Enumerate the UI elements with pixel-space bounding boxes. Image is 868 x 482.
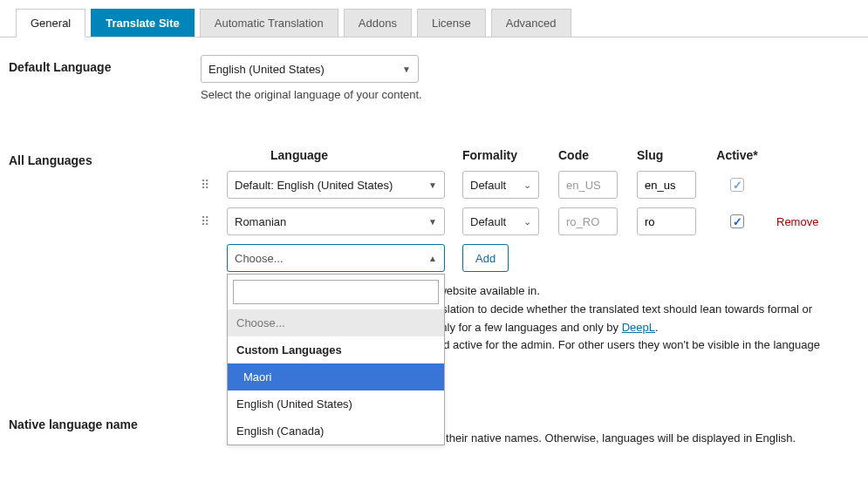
language-row: ⠿ Default: English (United States) ▼ Def…: [201, 171, 859, 199]
tab-automatic-translation[interactable]: Automatic Translation: [200, 9, 338, 37]
default-language-select[interactable]: English (United States) ▼: [201, 55, 419, 83]
default-language-label: Default Language: [9, 55, 201, 101]
code-input: [558, 207, 618, 235]
language-dropdown-panel: Choose... Custom Languages Maori English…: [227, 274, 445, 445]
native-language-name-label: Native language name: [9, 412, 201, 448]
chevron-down-icon: ⌄: [523, 216, 531, 227]
active-checkbox: [730, 178, 744, 192]
dropdown-option[interactable]: Maori: [228, 363, 444, 390]
add-language-button[interactable]: Add: [462, 244, 509, 272]
tab-license[interactable]: License: [417, 9, 486, 37]
chevron-down-icon: ▼: [428, 217, 437, 227]
language-row: ⠿ Romanian ▼ Default ⌄: [201, 207, 859, 235]
dropdown-option[interactable]: English (Canada): [228, 418, 444, 445]
chevron-down-icon: ▼: [428, 180, 437, 190]
settings-tabs: General Translate Site Automatic Transla…: [0, 0, 868, 37]
tab-addons[interactable]: Addons: [344, 9, 412, 37]
tab-advanced[interactable]: Advanced: [491, 9, 571, 37]
header-formality: Formality: [462, 148, 541, 162]
drag-handle-icon[interactable]: ⠿: [201, 178, 209, 192]
tab-general[interactable]: General: [16, 9, 85, 37]
chevron-down-icon: ⌄: [523, 180, 531, 191]
chevron-up-icon: ▲: [428, 254, 437, 263]
native-language-note: es in their native names. Otherwise, lan…: [419, 431, 796, 445]
slug-input[interactable]: [637, 171, 696, 199]
header-language: Language: [227, 148, 445, 162]
language-select[interactable]: Default: English (United States) ▼: [227, 171, 445, 199]
formality-select[interactable]: Default ⌄: [462, 171, 539, 199]
default-language-value: English (United States): [208, 63, 325, 76]
drag-handle-icon[interactable]: ⠿: [201, 214, 209, 228]
default-language-helper: Select the original language of your con…: [201, 88, 859, 101]
deepl-link[interactable]: DeepL: [622, 321, 655, 334]
slug-input[interactable]: [637, 207, 696, 235]
remove-language-link[interactable]: Remove: [776, 215, 818, 228]
dropdown-option[interactable]: English (United States): [228, 390, 444, 418]
active-checkbox[interactable]: [730, 214, 744, 228]
dropdown-group-label: Custom Languages: [228, 336, 444, 363]
header-code: Code: [558, 148, 619, 162]
dropdown-option-placeholder[interactable]: Choose...: [228, 309, 444, 336]
language-dropdown-list[interactable]: Choose... Custom Languages Maori English…: [228, 309, 444, 445]
add-language-row: Choose... ▲ Choose... Custom Languages M…: [201, 244, 859, 272]
languages-header-row: Language Formality Code Slug Active*: [201, 148, 859, 162]
header-slug: Slug: [637, 148, 698, 162]
language-select[interactable]: Romanian ▼: [227, 207, 445, 235]
chevron-down-icon: ▼: [402, 64, 411, 74]
all-languages-label: All Languages: [9, 148, 201, 355]
code-input: [558, 171, 618, 199]
tab-translate-site[interactable]: Translate Site: [91, 9, 195, 37]
language-search-input[interactable]: [233, 280, 439, 304]
add-language-select[interactable]: Choose... ▲: [227, 244, 445, 272]
header-active: Active*: [715, 148, 759, 162]
formality-select[interactable]: Default ⌄: [462, 207, 539, 235]
